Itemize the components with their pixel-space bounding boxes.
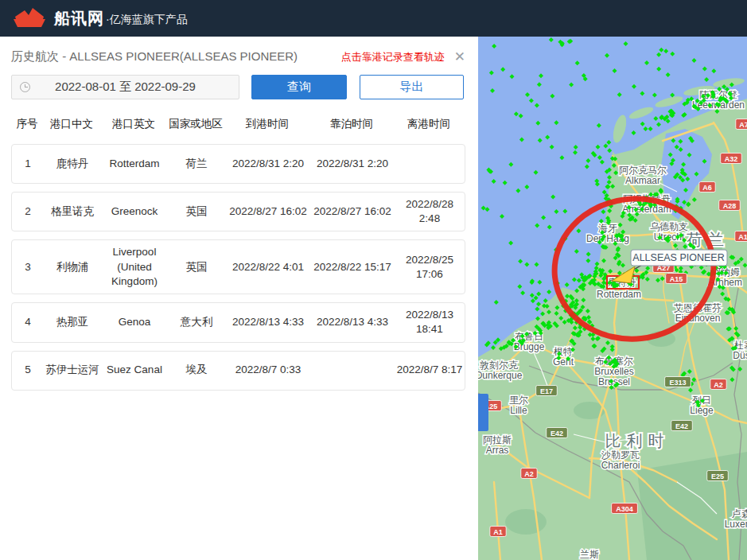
table-cell: 2022/8/27 16:02 [225, 200, 311, 224]
road-badge-e313: E313 [665, 377, 691, 387]
table-row[interactable]: 3利物浦Liverpool (United Kingdom)英国2022/8/2… [11, 239, 465, 294]
table-cell: 2022/8/25 17:06 [394, 248, 465, 286]
svg-text:E313: E313 [669, 379, 686, 387]
query-button[interactable]: 查询 [251, 75, 347, 99]
brand-suffix: ·亿海蓝旗下产品 [106, 10, 188, 27]
app-window: 船讯网 ·亿海蓝旗下产品 历史航次 - ALLSEAS PIONEER(ALLS… [0, 0, 747, 560]
svg-text:E42: E42 [551, 430, 563, 438]
city-label: Arras [486, 445, 509, 456]
road-badge-a32: A32 [721, 154, 742, 164]
close-icon[interactable]: ✕ [454, 50, 465, 64]
table-cell [394, 159, 465, 169]
table-cell: 2022/8/27 16:02 [311, 200, 394, 224]
road-badge-e25: E25 [707, 471, 729, 481]
table-cell: 热那亚 [44, 310, 101, 334]
column-header: 离港时间 [393, 117, 465, 131]
road-badge-a15: A15 [666, 274, 687, 284]
table-cell: Greenock [101, 200, 168, 224]
city-label: Alkmaar [625, 175, 660, 186]
city-label: Rotterdam [597, 289, 641, 300]
city-label: 里尔 [509, 395, 528, 406]
table-cell: 2022/8/13 4:33 [311, 310, 394, 334]
city-label: 阿尔克马尔 [619, 165, 667, 176]
svg-text:E42: E42 [675, 422, 688, 430]
svg-text:A7: A7 [739, 121, 747, 129]
svg-text:E17: E17 [540, 387, 553, 395]
road-badge-a1: A1 [490, 527, 506, 537]
column-header: 靠泊时间 [310, 117, 393, 131]
svg-text:A304: A304 [616, 505, 633, 513]
table-cell: 英国 [168, 200, 225, 224]
table-cell: 3 [12, 255, 44, 279]
city-label: Charleroi [601, 460, 640, 471]
port-call-table: 1鹿特丹Rotterdam荷兰2022/8/31 2:202022/8/31 2… [11, 144, 465, 391]
svg-text:A15: A15 [670, 275, 683, 283]
table-cell: 英国 [168, 255, 225, 279]
road-badge-a1: A1 [735, 231, 747, 242]
table-cell: 2022/8/13 18:41 [394, 303, 465, 341]
svg-text:A2: A2 [714, 381, 723, 389]
table-cell: 1 [12, 152, 44, 176]
road-badge-a2: A2 [521, 469, 537, 479]
svg-text:A28: A28 [723, 202, 737, 210]
road-badge-a6: A6 [699, 182, 715, 192]
table-cell [311, 366, 394, 375]
table-cell: 2022/8/28 2:48 [394, 192, 465, 231]
table-cell: 2022/8/22 4:01 [225, 255, 311, 279]
table-cell: 4 [12, 310, 44, 334]
road-badge-a28: A28 [719, 200, 741, 211]
city-label: Dunkerque [478, 370, 523, 381]
table-cell: Genoa [101, 310, 168, 334]
date-range-value: 2022-08-01 至 2022-09-29 [55, 80, 196, 95]
table-cell: 2022/8/31 2:20 [225, 152, 311, 176]
date-range-input[interactable]: 2022-08-01 至 2022-09-29 [11, 75, 239, 99]
table-cell: 2022/8/7 0:33 [225, 358, 311, 382]
table-row[interactable]: 4热那亚Genoa意大利2022/8/13 4:332022/8/13 4:33… [11, 302, 465, 342]
table-cell: Liverpool (United Kingdom) [101, 240, 168, 294]
column-header: 国家或地区 [167, 117, 224, 131]
svg-text:A6: A6 [702, 184, 712, 192]
column-header: 港口中文 [43, 117, 100, 131]
city-label: 卢森 [732, 508, 747, 519]
column-header: 序号 [11, 117, 43, 131]
column-header: 到港时间 [224, 117, 310, 131]
city-label: 敦刻尔克 [480, 360, 519, 371]
map[interactable]: 陆瓦尔登Leeuwarden阿尔克马尔Alkmaar阿姆斯特丹Amsterdam… [478, 37, 747, 560]
table-cell: 意大利 [168, 310, 225, 334]
city-label: 根特 [553, 346, 573, 357]
road-badge-e42: E42 [547, 428, 568, 438]
city-label: Luxemb [725, 519, 747, 530]
table-cell: 2022/8/22 15:17 [311, 255, 394, 279]
city-label: 沙勒罗瓦 [601, 449, 640, 461]
road-badge-a7: A7 [736, 119, 747, 130]
boat-logo-icon [13, 6, 46, 30]
svg-text:A1: A1 [738, 233, 747, 241]
table-cell: 2022/8/13 4:33 [225, 310, 311, 334]
svg-text:A32: A32 [725, 155, 738, 163]
table-row[interactable]: 5苏伊士运河Suez Canal埃及2022/8/7 0:332022/8/7 … [11, 351, 465, 391]
panel-collapse-handle[interactable] [478, 394, 488, 431]
table-row[interactable]: 1鹿特丹Rotterdam荷兰2022/8/31 2:202022/8/31 2… [11, 144, 465, 184]
city-label: 阿拉斯 [483, 434, 512, 445]
brand-name: 船讯网 [54, 8, 104, 29]
clock-icon [20, 82, 30, 92]
table-cell: 荷兰 [168, 152, 225, 176]
table-cell: 苏伊士运河 [44, 358, 101, 382]
city-label: Brugge [514, 341, 545, 352]
city-label: 兰斯 [580, 549, 599, 560]
table-row[interactable]: 2格里诺克Greenock英国2022/8/27 16:022022/8/27 … [11, 192, 465, 231]
export-button[interactable]: 导出 [360, 75, 464, 99]
map-canvas[interactable]: 陆瓦尔登Leeuwarden阿尔克马尔Alkmaar阿姆斯特丹Amsterdam… [478, 37, 747, 560]
road-badge-a2: A2 [710, 379, 726, 390]
top-bar: 船讯网 ·亿海蓝旗下产品 [0, 0, 747, 37]
table-cell: Rotterdam [101, 152, 168, 176]
table-cell: Suez Canal [101, 358, 168, 382]
city-label: Liège [690, 405, 714, 416]
table-cell: 2022/8/7 8:17 [394, 358, 465, 382]
table-cell: 利物浦 [44, 255, 101, 279]
road-badge-a304: A304 [612, 504, 638, 514]
region-label: 比利时 [605, 432, 670, 449]
city-label: Gent [553, 356, 574, 368]
history-voyage-panel: 历史航次 - ALLSEAS PIONEER(ALLSEAS PIONEER) … [0, 37, 478, 560]
table-cell: 埃及 [168, 358, 225, 382]
